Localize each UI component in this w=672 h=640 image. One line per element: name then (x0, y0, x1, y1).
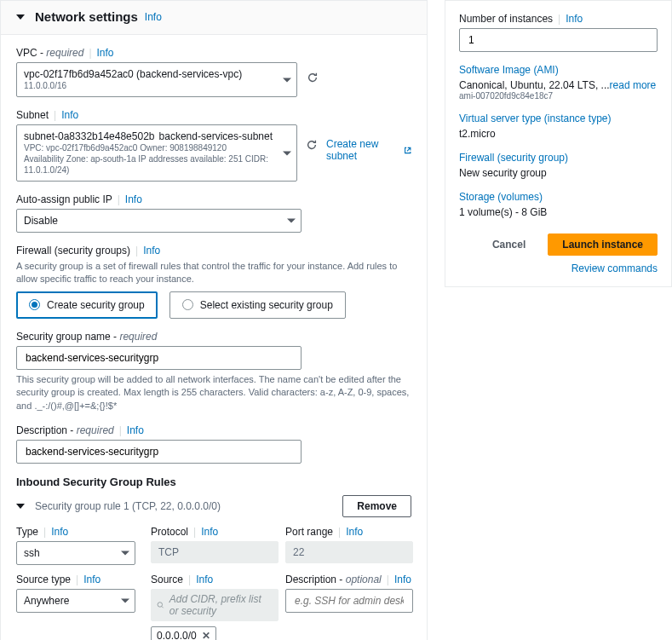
type-value: t2.micro (459, 128, 658, 140)
rule1-desc-input[interactable] (293, 594, 405, 608)
rule1-protocol-value: TCP (151, 541, 279, 563)
subnet-select[interactable]: subnet-0a8332b14e48e502b backend-service… (16, 124, 297, 182)
vpc-selected-value: vpc-02f17fb6d9a452ac0 (backend-services-… (24, 68, 276, 80)
firewall-info-link[interactable]: Info (143, 245, 160, 257)
radio-icon (182, 299, 193, 310)
subnet-line1: VPC: vpc-02f17fb6d9a452ac0 Owner: 908198… (24, 142, 276, 153)
rule1-desc-wrap (285, 589, 413, 613)
autoip-select[interactable]: Disable (16, 209, 302, 233)
rule1-source-label: Source (151, 574, 183, 585)
svg-point-0 (158, 603, 162, 607)
vpc-field: VPC - required | Info vpc-02f17fb6d9a452… (16, 47, 411, 97)
cancel-button[interactable]: Cancel (479, 234, 539, 255)
rule1-srctype-info[interactable]: Info (83, 574, 101, 585)
rule1-type-select[interactable]: ssh (16, 541, 135, 565)
rule1-srctype-select[interactable]: Anywhere (16, 589, 135, 613)
ami-label[interactable]: Software Image (AMI) (459, 64, 658, 76)
rule1-type-info[interactable]: Info (51, 526, 68, 538)
sgdesc-field: Description - required | Info (16, 424, 411, 464)
sg-rule-1: Security group rule 1 (TCP, 22, 0.0.0.0/… (16, 495, 411, 640)
ami-value: Canonical, Ubuntu, 22.04 LTS, ...read mo… (459, 79, 658, 91)
rule1-protocol-info[interactable]: Info (201, 526, 218, 538)
rule1-protocol-label: Protocol (151, 526, 188, 538)
rule1-source-placeholder: Add CIDR, prefix list or security (169, 593, 273, 617)
sgdesc-input[interactable] (24, 445, 294, 458)
subnet-line2: Availability Zone: ap-south-1a IP addres… (24, 153, 276, 176)
num-instances-label: Number of instances (459, 13, 553, 25)
chevron-down-icon (283, 151, 291, 155)
rule1-cidr-value: 0.0.0.0/0 (157, 630, 197, 640)
chevron-down-icon (283, 78, 291, 82)
subnet-info-link[interactable]: Info (61, 109, 78, 121)
rule1-cidr-chip: 0.0.0.0/0 ✕ (151, 626, 216, 640)
num-instances-wrap (459, 28, 658, 52)
launch-instance-button[interactable]: Launch instance (548, 234, 658, 256)
storage-value: 1 volume(s) - 8 GiB (459, 206, 658, 218)
summary-panel: Number of instances | Info Software Imag… (445, 0, 672, 287)
firewall-label: Firewall (security groups) (16, 245, 130, 257)
rule1-type-label: Type (16, 526, 38, 538)
fw-value: New security group (459, 167, 658, 179)
rule1-srctype-label: Source type (16, 574, 71, 585)
rule1-port-value: 22 (285, 541, 413, 563)
storage-label[interactable]: Storage (volumes) (459, 191, 658, 203)
chevron-down-icon (121, 551, 129, 555)
network-settings-panel: Network settings Info VPC - required | I… (0, 0, 428, 640)
subnet-selected-id: subnet-0a8332b14e48e502b (24, 130, 154, 142)
subnet-field: Subnet | Info subnet-0a8332b14e48e502b b… (16, 109, 411, 182)
rule1-desc-info[interactable]: Info (394, 574, 411, 585)
radio-icon (29, 299, 40, 310)
create-sg-radio[interactable]: Create security group (16, 291, 158, 319)
rule1-toggle-icon[interactable] (16, 504, 25, 509)
create-subnet-link[interactable]: Create new subnet (326, 138, 411, 162)
autoip-info-link[interactable]: Info (125, 193, 142, 205)
rule1-source-info[interactable]: Info (196, 574, 213, 585)
type-label[interactable]: Virtual server type (instance type) (459, 112, 658, 124)
refresh-icon (306, 139, 318, 151)
sgname-help: This security group will be added to all… (16, 373, 411, 412)
ami-id: ami-007020fd9c84e18c7 (459, 91, 658, 101)
chevron-down-icon (121, 598, 129, 603)
vpc-info-link[interactable]: Info (97, 47, 114, 59)
sgdesc-info-link[interactable]: Info (127, 424, 144, 436)
vpc-cidr: 11.0.0.0/16 (24, 80, 276, 91)
firewall-help: A security group is a set of firewall ru… (16, 260, 411, 286)
rule1-source-input[interactable]: Add CIDR, prefix list or security (151, 589, 279, 621)
rule1-port-label: Port range (285, 526, 333, 538)
select-sg-radio[interactable]: Select existing security group (169, 291, 346, 319)
sgname-input-wrap (16, 346, 302, 370)
rules-title: Inbound Security Group Rules (16, 476, 411, 488)
panel-header: Network settings Info (1, 1, 427, 35)
num-instances-info[interactable]: Info (566, 13, 583, 25)
sgdesc-label: Description - required (16, 424, 114, 436)
subnet-selected-name: backend-services-subnet (159, 130, 273, 142)
collapse-caret-icon[interactable] (16, 14, 25, 20)
select-sg-label: Select existing security group (200, 299, 333, 311)
vpc-select[interactable]: vpc-02f17fb6d9a452ac0 (backend-services-… (16, 62, 297, 97)
rule1-remove-button[interactable]: Remove (342, 495, 411, 517)
search-icon (157, 600, 164, 610)
external-link-icon (404, 146, 411, 155)
vpc-refresh-button[interactable] (306, 71, 319, 84)
review-commands-link[interactable]: Review commands (571, 262, 658, 274)
rule1-port-info[interactable]: Info (346, 526, 363, 538)
create-sg-label: Create security group (47, 299, 145, 311)
rule1-type-value: ssh (24, 547, 40, 559)
vpc-label: VPC - required (16, 47, 83, 59)
num-instances-input[interactable] (467, 33, 650, 47)
subnet-label: Subnet (16, 109, 49, 121)
firewall-field: Firewall (security groups) | Info A secu… (16, 245, 411, 319)
rule1-cidr-remove[interactable]: ✕ (202, 630, 210, 640)
subnet-refresh-button[interactable] (306, 138, 318, 152)
ami-read-more[interactable]: read more (610, 79, 657, 91)
fw-label[interactable]: Firewall (security group) (459, 152, 658, 164)
rule1-title: Security group rule 1 (TCP, 22, 0.0.0.0/… (35, 500, 221, 512)
panel-title: Network settings (35, 9, 138, 24)
sgname-label: Security group name - required (16, 331, 157, 343)
sgname-field: Security group name - required This secu… (16, 331, 411, 412)
panel-info-link[interactable]: Info (145, 11, 162, 23)
sgname-input[interactable] (24, 351, 294, 365)
refresh-icon (307, 72, 319, 84)
autoip-label: Auto-assign public IP (16, 193, 112, 205)
autoip-field: Auto-assign public IP | Info Disable (16, 193, 411, 233)
